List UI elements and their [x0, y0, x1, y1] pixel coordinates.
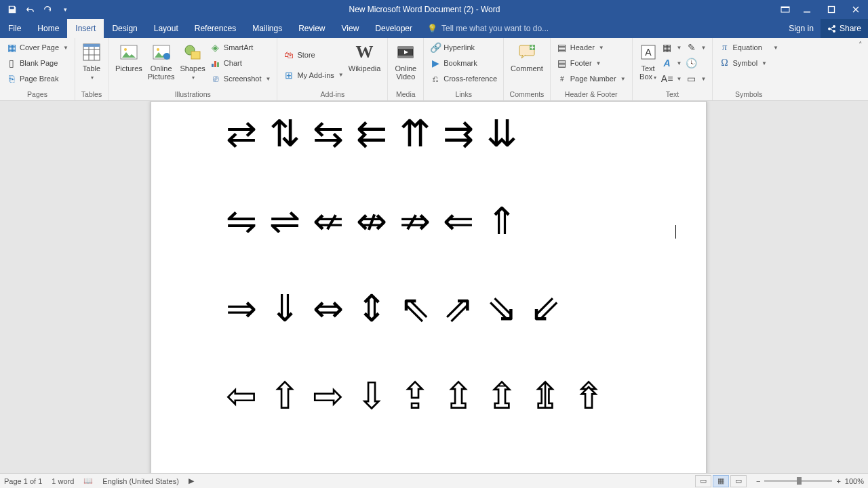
tab-home[interactable]: Home [29, 19, 67, 38]
tab-review[interactable]: Review [290, 19, 333, 38]
group-pages-label: Pages [4, 89, 71, 100]
video-icon [396, 41, 415, 63]
status-proof-icon[interactable]: 📖 [83, 476, 93, 485]
blank-page-button[interactable]: ▯Blank Page [4, 56, 71, 70]
document-page[interactable]: ⇄⇅⇆⇇⇈⇉⇊ ⇋⇌⇍⇎⇏⇐⇑ ⇒⇓⇔⇕⇖⇗⇘⇙ ⇦⇧⇨⇩⇪⇫⇬⇭⇮ [151, 101, 707, 473]
view-read-button[interactable]: ▭ [695, 475, 711, 487]
status-words[interactable]: 1 word [52, 477, 74, 485]
svg-rect-3 [829, 7, 835, 13]
my-addins-button[interactable]: ⊞My Add-ins▼ [281, 68, 345, 83]
tab-developer[interactable]: Developer [367, 19, 420, 38]
svg-point-10 [124, 48, 127, 51]
table-label: Table [83, 64, 100, 73]
maximize-button[interactable] [819, 0, 844, 19]
arrow-row-2: ⇋⇌⇍⇎⇏⇐⇑ [226, 203, 631, 240]
group-links: 🔗Hyperlink ▶Bookmark ⎌Cross-reference Li… [424, 38, 504, 100]
group-symbols-label: Symbols [717, 89, 780, 100]
textbox-icon: A [639, 41, 657, 63]
symbol-label: Symbol [732, 59, 757, 67]
shapes-button[interactable]: Shapes▾ [178, 40, 208, 89]
zoom-slider[interactable] [764, 480, 832, 482]
share-button[interactable]: Share [821, 19, 868, 38]
footer-button[interactable]: ▤Footer▼ [555, 56, 628, 70]
page-number-button[interactable]: #Page Number▼ [555, 71, 628, 86]
tab-mailings[interactable]: Mailings [244, 19, 290, 38]
textbox-button[interactable]: A TextBox▾ [637, 40, 660, 89]
status-bar: Page 1 of 1 1 word 📖 English (United Sta… [0, 473, 868, 488]
pagenum-icon: # [557, 73, 568, 84]
zoom-out-button[interactable]: − [756, 477, 760, 485]
tab-layout[interactable]: Layout [146, 19, 186, 38]
pictures-button[interactable]: Pictures [113, 40, 145, 89]
object-button[interactable]: ▭▼ [684, 71, 709, 86]
quickparts-button[interactable]: ▦▼ [660, 40, 684, 55]
tab-design[interactable]: Design [104, 19, 145, 38]
tab-insert[interactable]: Insert [67, 19, 104, 38]
tab-references[interactable]: References [186, 19, 244, 38]
wikipedia-button[interactable]: W Wikipedia [346, 40, 384, 89]
datetime-button[interactable]: 🕓 [684, 56, 709, 70]
svg-rect-2 [804, 12, 810, 13]
shapes-label: Shapes [180, 64, 205, 73]
crossref-button[interactable]: ⎌Cross-reference [428, 71, 499, 86]
screenshot-button[interactable]: ⎚Screenshot▼ [208, 71, 273, 86]
online-pictures-button[interactable]: OnlinePictures [145, 40, 178, 89]
equation-button[interactable]: πEquation ▼ [717, 40, 780, 55]
save-button[interactable] [4, 1, 20, 18]
wikipedia-label: Wikipedia [349, 64, 381, 73]
textbox-label: TextBox▾ [639, 64, 656, 82]
tab-file[interactable]: File [0, 19, 29, 38]
svg-rect-18 [217, 62, 219, 67]
svg-rect-8 [83, 44, 100, 47]
document-content[interactable]: ⇄⇅⇆⇇⇈⇉⇊ ⇋⇌⇍⇎⇏⇐⇑ ⇒⇓⇔⇕⇖⇗⇘⇙ ⇦⇧⇨⇩⇪⇫⇬⇭⇮ [151, 102, 706, 473]
minimize-button[interactable] [795, 0, 819, 19]
svg-rect-16 [212, 64, 214, 67]
object-icon: ▭ [686, 73, 697, 84]
sign-in-link[interactable]: Sign in [782, 19, 821, 38]
view-web-button[interactable]: ▭ [730, 475, 747, 487]
undo-button[interactable] [22, 1, 38, 18]
group-comments: Comment Comments [504, 38, 551, 100]
cover-page-button[interactable]: ▦Cover Page▼ [4, 40, 71, 55]
hyperlink-button[interactable]: 🔗Hyperlink [428, 40, 499, 55]
status-macro-icon[interactable]: ▶ [189, 476, 194, 485]
redo-button[interactable] [39, 1, 56, 18]
title-bar: ▾ New Microsoft Word Document (2) - Word [0, 0, 868, 19]
comment-label: Comment [511, 64, 543, 73]
hyperlink-label: Hyperlink [443, 43, 475, 52]
symbol-button[interactable]: ΩSymbol▼ [717, 56, 780, 70]
group-comments-label: Comments [508, 89, 546, 100]
chart-icon [210, 58, 221, 68]
close-button[interactable] [844, 0, 868, 19]
window-controls [776, 0, 868, 19]
qat-customize[interactable]: ▾ [57, 1, 73, 18]
share-label: Share [840, 24, 861, 33]
store-button[interactable]: 🛍Store [281, 47, 345, 62]
tab-view[interactable]: View [334, 19, 368, 38]
table-icon [82, 41, 101, 63]
crossref-label: Cross-reference [443, 75, 497, 83]
header-button[interactable]: ▤Header▼ [555, 40, 628, 55]
collapse-ribbon-button[interactable]: ˄ [853, 38, 868, 100]
status-language[interactable]: English (United States) [102, 477, 179, 485]
comment-button[interactable]: Comment [508, 40, 546, 89]
view-print-button[interactable]: ▦ [713, 475, 729, 487]
chart-button[interactable]: Chart [208, 56, 273, 70]
smartart-button[interactable]: ◈SmartArt [208, 40, 273, 55]
svg-text:A: A [645, 47, 652, 58]
sigline-button[interactable]: ✎▼ [684, 40, 709, 55]
tell-me-search[interactable]: 💡 Tell me what you want to do... [420, 19, 782, 38]
group-media-label: Media [392, 89, 419, 100]
status-page[interactable]: Page 1 of 1 [4, 477, 42, 485]
zoom-percent[interactable]: 100% [845, 477, 864, 485]
document-area[interactable]: ⇄⇅⇆⇇⇈⇉⇊ ⇋⇌⇍⇎⇏⇐⇑ ⇒⇓⇔⇕⇖⇗⇘⇙ ⇦⇧⇨⇩⇪⇫⇬⇭⇮ [0, 101, 868, 473]
dropcap-button[interactable]: A≡▼ [660, 71, 684, 86]
page-break-button[interactable]: ⎘Page Break [4, 71, 71, 86]
wordart-button[interactable]: A▼ [660, 56, 684, 70]
ribbon-options-button[interactable] [776, 0, 795, 19]
zoom-in-button[interactable]: + [836, 477, 840, 485]
bookmark-button[interactable]: ▶Bookmark [428, 56, 499, 70]
table-button[interactable]: Table▾ [79, 40, 104, 89]
group-addins: 🛍Store ⊞My Add-ins▼ W Wikipedia Add-ins [277, 38, 388, 100]
online-video-button[interactable]: OnlineVideo [392, 40, 419, 89]
